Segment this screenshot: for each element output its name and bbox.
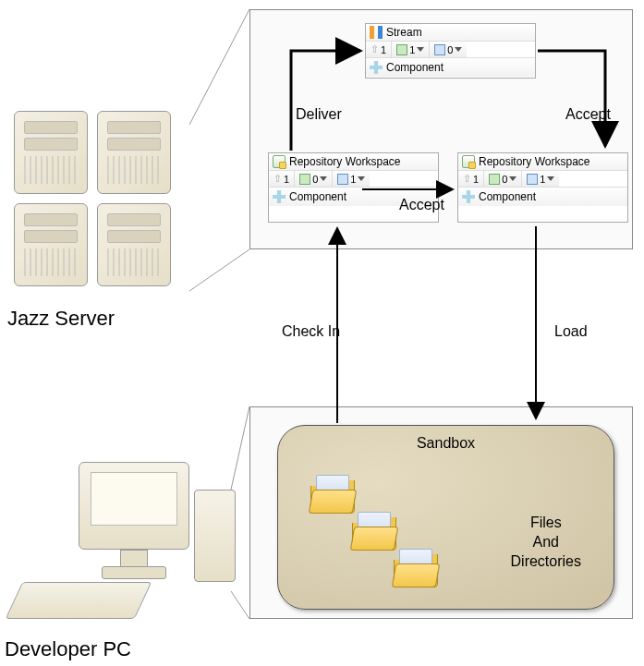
change-out-icon [434,44,445,55]
up-icon: ⇧ [371,43,379,55]
change-out-icon [337,174,348,185]
up-icon: ⇧ [463,173,471,185]
pc-illustration [14,462,226,628]
stream-status-row: ⇧1 1 0 [366,42,535,58]
developer-pc-label: Developer PC [5,637,131,661]
server-illustration [14,111,189,296]
dropdown-icon [417,47,424,52]
svg-line-0 [189,9,249,125]
change-in-icon [489,174,500,185]
stream-card: Stream ⇧1 1 0 Component [365,23,536,79]
component-icon [462,190,475,203]
sandbox-title: Sandbox [278,435,614,452]
sandbox-box: Sandbox FilesAndDirectories [277,425,614,610]
svg-line-3 [231,591,249,619]
repo-right-title: Repository Workspace [479,155,590,168]
stream-title: Stream [386,26,422,39]
svg-line-1 [189,249,249,291]
svg-line-2 [231,406,249,490]
deliver-label: Deliver [296,106,342,123]
workspace-icon [273,155,286,168]
change-in-icon [396,44,407,55]
dropdown-icon [320,176,327,181]
repo-left-title: Repository Workspace [289,155,401,168]
stream-icon [370,26,383,39]
repo-right-component: Component [479,190,536,203]
folder-icon [352,514,396,551]
workspace-icon [462,155,475,168]
repo-left-component: Component [289,190,346,203]
sandbox-body: FilesAndDirectories [511,514,581,571]
dropdown-icon [547,176,554,181]
component-icon [273,190,286,203]
dropdown-icon [509,176,516,181]
up-icon: ⇧ [273,173,282,185]
accept-top-label: Accept [565,106,611,123]
component-icon [370,61,383,74]
change-in-icon [299,174,310,185]
jazz-server-label: Jazz Server [7,307,115,331]
change-out-icon [527,174,538,185]
accept-mid-label: Accept [399,197,444,213]
folder-icon [310,477,355,514]
repo-workspace-right: Repository Workspace ⇧1 0 1 Component [457,152,628,223]
dropdown-icon [358,176,365,181]
checkin-label: Check In [282,323,340,340]
folder-icon [394,551,438,587]
stream-component: Component [386,61,444,74]
dropdown-icon [455,47,462,52]
load-label: Load [554,323,588,340]
